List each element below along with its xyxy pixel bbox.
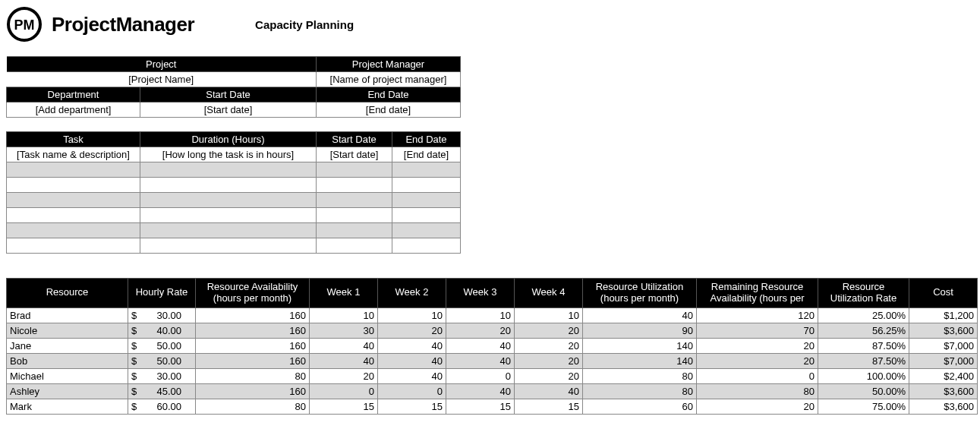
week2-cell[interactable]: 40 bbox=[378, 368, 446, 383]
rate-value[interactable]: 30.00 bbox=[140, 368, 196, 383]
cost-cell[interactable]: $7,000 bbox=[909, 353, 978, 368]
rate-value[interactable]: 30.00 bbox=[140, 307, 196, 323]
task-end-cell[interactable]: [End date] bbox=[392, 147, 461, 162]
week3-cell[interactable]: 40 bbox=[446, 353, 515, 368]
remain-cell[interactable]: 0 bbox=[697, 368, 818, 383]
util-cell[interactable]: 90 bbox=[583, 323, 697, 338]
week4-cell[interactable]: 15 bbox=[515, 399, 583, 414]
rate-symbol[interactable]: $ bbox=[128, 353, 140, 368]
cost-cell[interactable]: $1,200 bbox=[909, 307, 978, 323]
resource-row[interactable]: Ashley$45.00160004040808050.00%$3,600 bbox=[7, 383, 978, 399]
remain-cell[interactable]: 120 bbox=[697, 307, 818, 323]
project-value[interactable]: [Project Name] bbox=[7, 72, 317, 87]
task-name-cell[interactable]: [Task name & description] bbox=[7, 147, 140, 162]
cost-cell[interactable]: $3,600 bbox=[909, 323, 978, 338]
week2-cell[interactable]: 15 bbox=[378, 399, 446, 414]
task-row[interactable] bbox=[7, 162, 461, 178]
resource-name[interactable]: Ashley bbox=[7, 383, 128, 399]
util-cell[interactable]: 80 bbox=[583, 383, 697, 399]
week4-cell[interactable]: 20 bbox=[515, 338, 583, 353]
remain-cell[interactable]: 20 bbox=[697, 338, 818, 353]
cost-cell[interactable]: $2,400 bbox=[909, 368, 978, 383]
resource-name[interactable]: Jane bbox=[7, 338, 128, 353]
avail-cell[interactable]: 80 bbox=[196, 399, 310, 414]
week4-cell[interactable]: 20 bbox=[515, 353, 583, 368]
rate-symbol[interactable]: $ bbox=[128, 323, 140, 338]
rate-symbol[interactable]: $ bbox=[128, 307, 140, 323]
rate-symbol[interactable]: $ bbox=[128, 368, 140, 383]
resource-row[interactable]: Mark$60.008015151515602075.00%$3,600 bbox=[7, 399, 978, 414]
avail-cell[interactable]: 160 bbox=[196, 353, 310, 368]
rate-value[interactable]: 50.00 bbox=[140, 353, 196, 368]
util-cell[interactable]: 140 bbox=[583, 353, 697, 368]
week1-cell[interactable]: 10 bbox=[310, 307, 378, 323]
rate-value[interactable]: 50.00 bbox=[140, 338, 196, 353]
resource-row[interactable]: Michael$30.00802040020800100.00%$2,400 bbox=[7, 368, 978, 383]
cost-cell[interactable]: $3,600 bbox=[909, 383, 978, 399]
task-row[interactable] bbox=[7, 223, 461, 238]
util-rate-cell[interactable]: 100.00% bbox=[818, 368, 909, 383]
week3-cell[interactable]: 40 bbox=[446, 338, 515, 353]
week2-cell[interactable]: 10 bbox=[378, 307, 446, 323]
task-row[interactable] bbox=[7, 193, 461, 208]
avail-cell[interactable]: 160 bbox=[196, 323, 310, 338]
util-rate-cell[interactable]: 87.50% bbox=[818, 338, 909, 353]
week3-cell[interactable]: 15 bbox=[446, 399, 515, 414]
week3-cell[interactable]: 40 bbox=[446, 383, 515, 399]
util-cell[interactable]: 60 bbox=[583, 399, 697, 414]
resource-row[interactable]: Bob$50.00160404040201402087.50%$7,000 bbox=[7, 353, 978, 368]
resource-row[interactable]: Nicole$40.0016030202020907056.25%$3,600 bbox=[7, 323, 978, 338]
rate-value[interactable]: 40.00 bbox=[140, 323, 196, 338]
util-cell[interactable]: 140 bbox=[583, 338, 697, 353]
util-rate-cell[interactable]: 87.50% bbox=[818, 353, 909, 368]
task-start-cell[interactable]: [Start date] bbox=[317, 147, 392, 162]
week4-cell[interactable]: 20 bbox=[515, 323, 583, 338]
week4-cell[interactable]: 20 bbox=[515, 368, 583, 383]
avail-cell[interactable]: 160 bbox=[196, 307, 310, 323]
week3-cell[interactable]: 0 bbox=[446, 368, 515, 383]
week1-cell[interactable]: 0 bbox=[310, 383, 378, 399]
avail-cell[interactable]: 160 bbox=[196, 338, 310, 353]
cost-cell[interactable]: $7,000 bbox=[909, 338, 978, 353]
week1-cell[interactable]: 20 bbox=[310, 368, 378, 383]
resource-name[interactable]: Nicole bbox=[7, 323, 128, 338]
util-rate-cell[interactable]: 56.25% bbox=[818, 323, 909, 338]
resource-row[interactable]: Brad$30.00160101010104012025.00%$1,200 bbox=[7, 307, 978, 323]
week4-cell[interactable]: 40 bbox=[515, 383, 583, 399]
rate-symbol[interactable]: $ bbox=[128, 399, 140, 414]
resource-name[interactable]: Brad bbox=[7, 307, 128, 323]
rate-symbol[interactable]: $ bbox=[128, 338, 140, 353]
avail-cell[interactable]: 160 bbox=[196, 383, 310, 399]
week2-cell[interactable]: 40 bbox=[378, 338, 446, 353]
task-row[interactable] bbox=[7, 238, 461, 254]
week2-cell[interactable]: 0 bbox=[378, 383, 446, 399]
startdate-value[interactable]: [Start date] bbox=[140, 102, 317, 118]
week3-cell[interactable]: 10 bbox=[446, 307, 515, 323]
remain-cell[interactable]: 80 bbox=[697, 383, 818, 399]
week2-cell[interactable]: 40 bbox=[378, 353, 446, 368]
rate-value[interactable]: 60.00 bbox=[140, 399, 196, 414]
week1-cell[interactable]: 40 bbox=[310, 338, 378, 353]
rate-symbol[interactable]: $ bbox=[128, 383, 140, 399]
pm-value[interactable]: [Name of project manager] bbox=[317, 72, 461, 87]
cost-cell[interactable]: $3,600 bbox=[909, 399, 978, 414]
util-rate-cell[interactable]: 25.00% bbox=[818, 307, 909, 323]
task-row[interactable] bbox=[7, 208, 461, 223]
util-cell[interactable]: 80 bbox=[583, 368, 697, 383]
week1-cell[interactable]: 40 bbox=[310, 353, 378, 368]
rate-value[interactable]: 45.00 bbox=[140, 383, 196, 399]
resource-name[interactable]: Michael bbox=[7, 368, 128, 383]
week3-cell[interactable]: 20 bbox=[446, 323, 515, 338]
week1-cell[interactable]: 15 bbox=[310, 399, 378, 414]
resource-row[interactable]: Jane$50.00160404040201402087.50%$7,000 bbox=[7, 338, 978, 353]
avail-cell[interactable]: 80 bbox=[196, 368, 310, 383]
task-dur-cell[interactable]: [How long the task is in hours] bbox=[140, 147, 317, 162]
resource-name[interactable]: Bob bbox=[7, 353, 128, 368]
util-rate-cell[interactable]: 50.00% bbox=[818, 383, 909, 399]
task-row[interactable] bbox=[7, 178, 461, 193]
resource-name[interactable]: Mark bbox=[7, 399, 128, 414]
dept-value[interactable]: [Add department] bbox=[7, 102, 140, 118]
week1-cell[interactable]: 30 bbox=[310, 323, 378, 338]
remain-cell[interactable]: 70 bbox=[697, 323, 818, 338]
week4-cell[interactable]: 10 bbox=[515, 307, 583, 323]
